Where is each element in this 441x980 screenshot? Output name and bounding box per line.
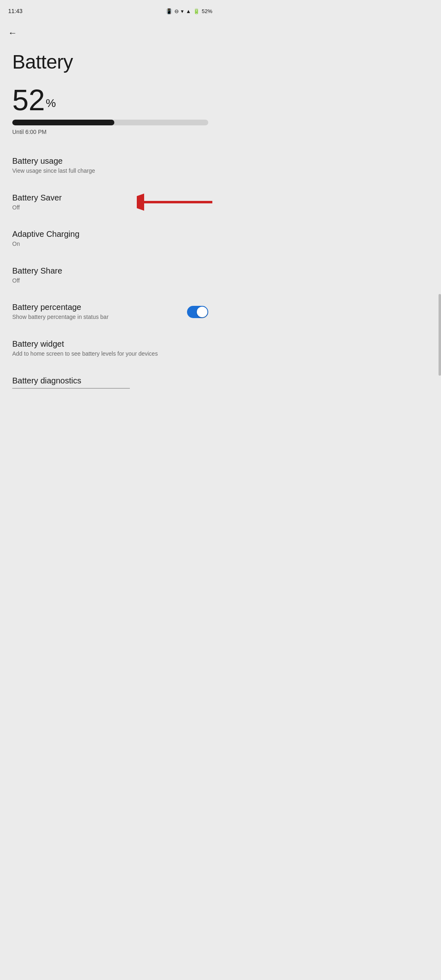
back-button[interactable]: ← bbox=[0, 20, 220, 42]
settings-item-battery-widget[interactable]: Battery widget Add to home screen to see… bbox=[0, 330, 220, 367]
battery-number: 52 bbox=[12, 85, 45, 115]
status-time: 11:43 bbox=[8, 8, 22, 14]
adaptive-charging-subtitle: On bbox=[12, 240, 208, 248]
battery-percent: 52% bbox=[202, 8, 212, 14]
wifi-icon: ▾ bbox=[181, 8, 184, 14]
settings-item-adaptive-charging[interactable]: Adaptive Charging On bbox=[0, 220, 220, 257]
status-bar: 11:43 📳 ⊖ ▾ ▲ 🔋 52% bbox=[0, 0, 220, 20]
battery-share-subtitle: Off bbox=[12, 277, 208, 285]
settings-item-battery-share[interactable]: Battery Share Off bbox=[0, 257, 220, 294]
battery-percentage-text: Battery percentage Show battery percenta… bbox=[12, 303, 187, 321]
battery-widget-title: Battery widget bbox=[12, 339, 208, 349]
battery-percentage-display: 52 % bbox=[12, 85, 208, 115]
settings-item-battery-diagnostics[interactable]: Battery diagnostics bbox=[0, 367, 220, 393]
battery-widget-subtitle: Add to home screen to see battery levels… bbox=[12, 350, 208, 358]
battery-icon: 🔋 bbox=[193, 8, 200, 14]
battery-time: Until 6:00 PM bbox=[12, 129, 208, 135]
battery-usage-subtitle: View usage since last full charge bbox=[12, 167, 208, 175]
settings-item-battery-percentage[interactable]: Battery percentage Show battery percenta… bbox=[0, 294, 220, 330]
page-title: Battery bbox=[0, 42, 220, 77]
battery-progress-bar bbox=[12, 120, 208, 125]
battery-percentage-title: Battery percentage bbox=[12, 303, 179, 312]
settings-item-battery-usage[interactable]: Battery usage View usage since last full… bbox=[0, 147, 220, 184]
battery-share-title: Battery Share bbox=[12, 266, 208, 276]
dnd-icon: ⊖ bbox=[174, 8, 179, 14]
battery-level-section: 52 % Until 6:00 PM bbox=[0, 77, 220, 139]
battery-diagnostics-title: Battery diagnostics bbox=[12, 376, 208, 385]
settings-item-battery-saver[interactable]: Battery Saver Off bbox=[0, 184, 220, 221]
adaptive-charging-title: Adaptive Charging bbox=[12, 229, 208, 239]
signal-icon: ▲ bbox=[186, 8, 191, 14]
battery-percentage-toggle[interactable] bbox=[187, 306, 208, 318]
battery-percentage-row: Battery percentage Show battery percenta… bbox=[12, 303, 208, 321]
back-arrow-icon: ← bbox=[8, 28, 17, 38]
battery-progress-fill bbox=[12, 120, 114, 125]
status-right: 📳 ⊖ ▾ ▲ 🔋 52% bbox=[166, 8, 212, 14]
battery-percentage-subtitle: Show battery percentage in status bar bbox=[12, 313, 179, 321]
red-arrow-annotation bbox=[137, 193, 214, 211]
settings-list: Battery usage View usage since last full… bbox=[0, 147, 220, 367]
toggle-knob bbox=[197, 307, 207, 317]
vibrate-icon: 📳 bbox=[166, 8, 172, 14]
battery-symbol: % bbox=[46, 97, 56, 110]
partial-underline bbox=[12, 388, 130, 389]
battery-usage-title: Battery usage bbox=[12, 156, 208, 166]
